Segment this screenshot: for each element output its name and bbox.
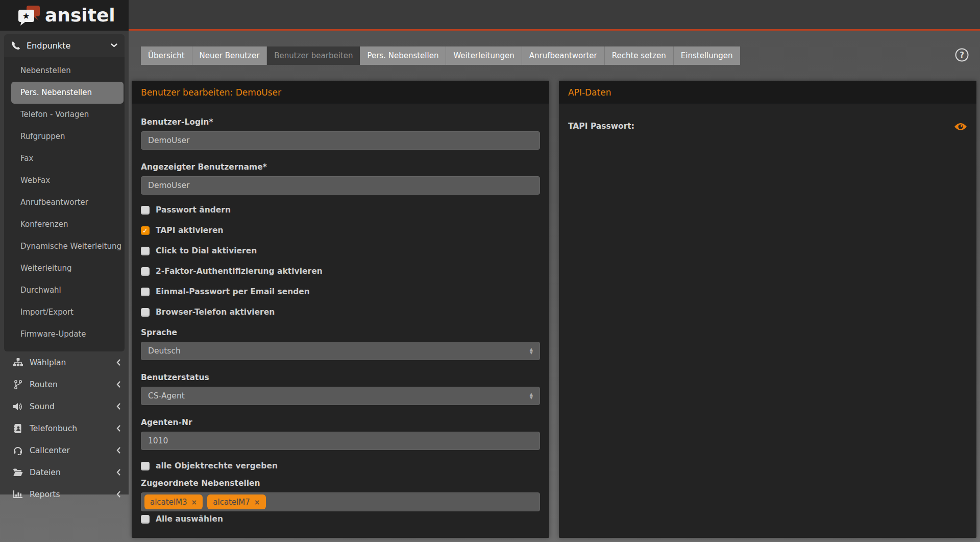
display-name-label: Angezeigter Benutzername* — [141, 162, 540, 172]
checkbox-row-objektrechte[interactable]: alle Objektrechte vergeben — [141, 461, 540, 470]
sidebar-item-dynamische-weiterleitung[interactable]: Dynamische Weiterleitung — [4, 235, 125, 257]
checkbox[interactable] — [141, 515, 150, 524]
checkbox-row-einmal-passwort[interactable]: Einmal-Passwort per Email senden — [141, 287, 540, 296]
sidebar-item-konferenzen[interactable]: Konferenzen — [4, 214, 125, 235]
remove-tag-icon[interactable]: × — [191, 498, 198, 506]
chevron-left-icon — [116, 447, 120, 454]
checkbox-row-passwort-aendern[interactable]: Passwort ändern — [141, 205, 540, 215]
chevron-left-icon — [116, 425, 120, 432]
edit-user-panel-title: Benutzer bearbeiten: DemoUser — [132, 81, 549, 104]
sidebar-section-routen[interactable]: Routen — [0, 373, 129, 395]
sitemap-icon — [11, 358, 24, 367]
login-input[interactable] — [141, 131, 540, 150]
assigned-extensions-field[interactable]: alcatelM3 × alcatelM7 × — [141, 492, 540, 511]
sidebar-item-fax[interactable]: Fax — [4, 148, 125, 170]
sidebar-section-dateien[interactable]: Dateien — [0, 461, 129, 483]
help-button[interactable]: ? — [955, 48, 969, 62]
checkbox[interactable] — [141, 267, 150, 276]
checkbox-row-alle-auswaehlen[interactable]: Alle auswählen — [141, 514, 540, 524]
sidebar-item-rufgruppen[interactable]: Rufgruppen — [4, 126, 125, 148]
tab-benutzer-bearbeiten[interactable]: Benutzer bearbeiten — [267, 46, 360, 65]
sidebar-item-pers-nebenstellen[interactable]: Pers. Nebenstellen — [11, 82, 124, 104]
tab-rechte-setzen[interactable]: Rechte setzen — [605, 46, 674, 65]
api-data-panel-title: API-Daten — [559, 81, 976, 104]
language-select[interactable]: Deutsch ▲▼ — [141, 342, 540, 360]
svg-text:?: ? — [960, 51, 964, 60]
chevron-left-icon — [116, 403, 120, 410]
checkbox-row-browser-telefon[interactable]: Browser-Telefon aktivieren — [141, 308, 540, 317]
code-branch-icon — [11, 380, 24, 389]
main-content: Übersicht Neuer Benutzer Benutzer bearbe… — [129, 31, 980, 542]
tab-bar: Übersicht Neuer Benutzer Benutzer bearbe… — [141, 46, 980, 65]
login-label: Benutzer-Login* — [141, 117, 540, 127]
remove-tag-icon[interactable]: × — [254, 498, 260, 506]
sidebar-item-telefon-vorlagen[interactable]: Telefon - Vorlagen — [4, 104, 125, 126]
checkbox-row-2fa[interactable]: 2-Faktor-Authentifizierung aktivieren — [141, 267, 540, 276]
volume-icon — [11, 403, 24, 411]
chevron-left-icon — [116, 469, 120, 476]
show-password-eye-icon[interactable] — [954, 122, 967, 131]
sidebar-section-sound[interactable]: Sound — [0, 395, 129, 417]
chevron-left-icon — [116, 359, 120, 366]
top-bar — [0, 0, 980, 31]
brand-logo[interactable]: ★ ansitel — [0, 0, 129, 31]
sidebar-item-anrufbeantworter[interactable]: Anrufbeantworter — [4, 192, 125, 214]
chevron-left-icon — [116, 381, 120, 388]
tab-uebersicht[interactable]: Übersicht — [141, 46, 192, 65]
agent-number-input[interactable] — [141, 432, 540, 450]
sidebar-group-label: Endpunkte — [27, 41, 111, 51]
checkbox[interactable] — [141, 247, 150, 255]
language-label: Sprache — [141, 328, 540, 338]
sidebar-section-callcenter[interactable]: Callcenter — [0, 439, 129, 461]
sidebar-section-telefonbuch[interactable]: Telefonbuch — [0, 417, 129, 439]
folder-open-icon — [11, 468, 24, 477]
sidebar-submenu: Nebenstellen Pers. Nebenstellen Telefon … — [4, 57, 125, 351]
svg-text:★: ★ — [22, 11, 30, 21]
sidebar-item-import-export[interactable]: Import/Export — [4, 301, 125, 323]
checkbox[interactable] — [141, 462, 150, 470]
address-book-icon — [11, 424, 24, 433]
checkbox[interactable] — [141, 226, 150, 235]
extension-tag[interactable]: alcatelM3 × — [144, 494, 203, 509]
sidebar-section-reports[interactable]: Reports — [0, 483, 129, 505]
select-arrows-icon: ▲▼ — [530, 392, 533, 399]
checkbox-row-tapi-aktivieren[interactable]: TAPI aktivieren — [141, 226, 540, 235]
user-status-label: Benutzerstatus — [141, 373, 540, 383]
sidebar-item-weiterleitung[interactable]: Weiterleitung — [4, 257, 125, 279]
checkbox[interactable] — [141, 206, 150, 215]
sidebar-item-firmware-update[interactable]: Firmware-Update — [4, 323, 125, 345]
extension-tag[interactable]: alcatelM7 × — [207, 494, 265, 509]
assigned-extensions-label: Zugeordnete Nebenstellen — [141, 479, 540, 488]
chevron-down-icon — [111, 43, 117, 48]
sidebar-item-webfax[interactable]: WebFax — [4, 170, 125, 192]
sidebar-item-durchwahl[interactable]: Durchwahl — [4, 279, 125, 301]
tab-pers-nebenstellen[interactable]: Pers. Nebenstellen — [360, 46, 446, 65]
tab-neuer-benutzer[interactable]: Neuer Benutzer — [192, 46, 267, 65]
bar-chart-icon — [11, 490, 24, 499]
tab-anrufbeantworter[interactable]: Anrufbeantworter — [522, 46, 605, 65]
checkbox-row-click-to-dial[interactable]: Click to Dial aktivieren — [141, 246, 540, 255]
headset-icon — [11, 446, 24, 455]
speech-bubble-star-icon: ★ — [17, 4, 41, 27]
checkbox[interactable] — [141, 308, 150, 317]
sidebar-section-waehlplan[interactable]: Wählplan — [0, 351, 129, 373]
tab-einstellungen[interactable]: Einstellungen — [674, 46, 740, 65]
agent-number-label: Agenten-Nr — [141, 418, 540, 428]
display-name-input[interactable] — [141, 176, 540, 195]
chevron-left-icon — [116, 491, 120, 498]
sidebar: Endpunkte Nebenstellen Pers. Nebenstelle… — [0, 31, 129, 494]
phone-icon — [11, 41, 20, 50]
checkbox[interactable] — [141, 288, 150, 296]
edit-user-panel: Benutzer bearbeiten: DemoUser Benutzer-L… — [132, 81, 549, 538]
user-status-select[interactable]: CS-Agent ▲▼ — [141, 387, 540, 405]
api-data-panel: API-Daten TAPI Passwort: — [559, 81, 976, 538]
select-arrows-icon: ▲▼ — [530, 347, 533, 355]
tapi-password-label: TAPI Passwort: — [568, 122, 634, 131]
sidebar-item-nebenstellen[interactable]: Nebenstellen — [4, 60, 125, 82]
brand-name: ansitel — [45, 6, 115, 25]
tab-weiterleitungen[interactable]: Weiterleitungen — [446, 46, 522, 65]
sidebar-group-endpunkte[interactable]: Endpunkte — [4, 34, 125, 57]
